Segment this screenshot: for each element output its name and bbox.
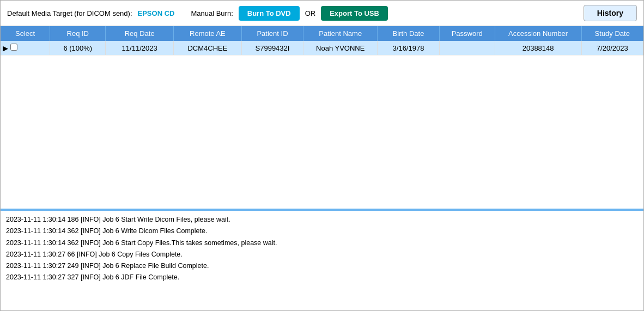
row-cell-password xyxy=(439,41,495,56)
col-header-study-date: Study Date xyxy=(581,26,643,41)
main-table: Select Req ID Req Date Remote AE Patient… xyxy=(1,26,643,56)
row-arrow-icon: ▶ xyxy=(3,44,8,52)
log-line: 2023-11-11 1:30:27 66 [INFO] Job 6 Copy … xyxy=(6,249,638,260)
row-cell-patient-id: S7999432I xyxy=(241,41,303,56)
row-arrow-cell: ▶ xyxy=(1,41,50,56)
or-label: OR xyxy=(305,9,316,17)
table-header-row: Select Req ID Req Date Remote AE Patient… xyxy=(1,26,643,41)
epson-cd-label: EPSON CD xyxy=(138,9,175,17)
history-button[interactable]: History xyxy=(584,5,637,21)
col-header-password: Password xyxy=(439,26,495,41)
log-line: 2023-11-11 1:30:14 362 [INFO] Job 6 Writ… xyxy=(6,225,638,237)
row-cell-req-id: 6 (100%) xyxy=(50,41,106,56)
app-container: Default Media Target (for DICOM send): E… xyxy=(0,0,644,311)
col-header-patient-name: Patient Name xyxy=(303,26,378,41)
row-cell-birth-date: 3/16/1978 xyxy=(378,41,439,56)
row-cell-patient-name: Noah YVONNE xyxy=(303,41,378,56)
row-cell-remote-ae: DCM4CHEE xyxy=(174,41,242,56)
col-header-remote-ae: Remote AE xyxy=(174,26,242,41)
log-line: 2023-11-11 1:30:27 327 [INFO] Job 6 JDF … xyxy=(6,272,638,283)
col-header-patient-id: Patient ID xyxy=(241,26,303,41)
col-header-accession-number: Accession Number xyxy=(495,26,581,41)
col-header-req-id: Req ID xyxy=(50,26,106,41)
toolbar: Default Media Target (for DICOM send): E… xyxy=(1,1,643,26)
burn-dvd-button[interactable]: Burn To DVD xyxy=(239,6,300,21)
table-area: Select Req ID Req Date Remote AE Patient… xyxy=(1,26,643,210)
col-header-birth-date: Birth Date xyxy=(378,26,439,41)
table-row: ▶6 (100%)11/11/2023DCM4CHEES7999432INoah… xyxy=(1,41,643,56)
row-cell-accession-number: 20388148 xyxy=(495,41,581,56)
manual-burn-label: Manual Burn: xyxy=(191,9,233,17)
log-area: 2023-11-11 1:30:14 186 [INFO] Job 6 Star… xyxy=(1,210,643,310)
col-header-req-date: Req Date xyxy=(106,26,174,41)
log-line: 2023-11-11 1:30:27 249 [INFO] Job 6 Repl… xyxy=(6,260,638,272)
export-usb-button[interactable]: Export To USB xyxy=(321,6,388,21)
col-header-select: Select xyxy=(1,26,50,41)
default-media-label: Default Media Target (for DICOM send): xyxy=(7,9,132,17)
log-line: 2023-11-11 1:30:14 186 [INFO] Job 6 Star… xyxy=(6,214,638,225)
log-line: 2023-11-11 1:30:14 362 [INFO] Job 6 Star… xyxy=(6,237,638,249)
row-cell-study-date: 7/20/2023 xyxy=(581,41,643,56)
row-select-checkbox[interactable] xyxy=(10,44,17,51)
row-cell-req-date: 11/11/2023 xyxy=(106,41,174,56)
